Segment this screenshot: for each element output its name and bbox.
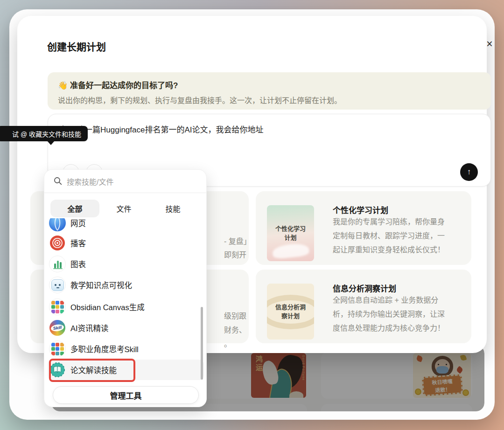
page-title: 创建长期计划 <box>47 39 106 53</box>
list-item-multi-role[interactable]: 多职业角度思考Skill <box>44 340 206 358</box>
thumb-text-line: 个性化学习 <box>275 224 306 233</box>
list-item-teaching-viz[interactable]: 教学知识点可视化 <box>44 276 206 294</box>
desc-line: 全网信息自动追踪 + 业务数据分 <box>333 293 473 307</box>
manage-tools-button[interactable]: 管理工具 <box>53 386 199 404</box>
plan-card-insight[interactable]: 信息分析洞 察计划 信息分析洞察计划 全网信息自动追踪 + 业务数据分 析，持续… <box>256 270 471 343</box>
skills-files-dropdown: 搜索技能/文件 全部 文件 技能 网页 <box>44 169 207 407</box>
study-plan-thumbnail: 个性化学习 计划 <box>267 205 314 261</box>
color-grid-icon <box>49 340 66 357</box>
tooltip-caret <box>47 141 55 145</box>
thumb-text-line: 信息分析洞 <box>275 303 306 312</box>
desc-line: 我是你的专属学习陪练，帮你量身 <box>333 215 473 229</box>
list-item-label: Obsidian Canvas生成 <box>70 301 145 312</box>
skills-list: 网页 播客 <box>44 218 206 384</box>
list-item-web[interactable]: 网页 <box>44 218 206 232</box>
divider <box>44 193 206 193</box>
highlight-annotation-box <box>49 359 135 382</box>
waving-hand-emoji: 👋 <box>58 81 68 90</box>
search-placeholder: 搜索技能/文件 <box>67 176 113 187</box>
submit-button[interactable]: ↑ <box>460 163 478 181</box>
list-item-label: AI资讯精读 <box>70 322 109 333</box>
card-text-fragment: 即刻开 <box>224 249 246 260</box>
desc-line: 析，持续为你输出关键洞察，让深 <box>333 307 473 321</box>
podcast-icon <box>49 235 66 251</box>
greeting-banner: 👋 准备好一起达成你的目标了吗? 说出你的构思，剩下的规划、执行与复盘由我接手。… <box>48 72 491 110</box>
card-text-fragment: 级别跟 <box>224 310 246 321</box>
list-item-label: 网页 <box>70 218 86 229</box>
list-item-podcast[interactable]: 播客 <box>44 234 206 252</box>
filter-tabs: 全部 文件 技能 <box>50 200 197 217</box>
robot-face-icon <box>49 277 66 293</box>
list-item-obsidian-canvas[interactable]: Obsidian Canvas生成 <box>44 298 206 316</box>
search-icon <box>54 177 62 185</box>
card-description: 全网信息自动追踪 + 业务数据分 析，持续为你输出关键洞察，让深 度信息处理能力… <box>333 293 473 335</box>
desc-line: 定制每日教材、跟踪学习进度，一 <box>333 229 473 243</box>
thumb-text-line: 计划 <box>275 233 306 242</box>
mention-tooltip: 试 @ 收藏夹文件和技能 <box>0 126 88 141</box>
list-item-label: 多职业角度思考Skill <box>70 343 139 354</box>
globe-icon <box>49 218 66 231</box>
greeting-heading-text: 准备好一起达成你的目标了吗? <box>70 81 178 90</box>
card-title: 信息分析洞察计划 <box>333 282 396 294</box>
canvas-grid-icon <box>49 298 66 315</box>
card-description: 我是你的专属学习陪练，帮你量身 定制每日教材、跟踪学习进度，一 起让厚重知识变身… <box>333 215 473 257</box>
greeting-subtitle: 说出你的构思，剩下的规划、执行与复盘由我接手。这一次，让计划不止停留在计划。 <box>58 94 342 105</box>
skill-badge-icon: Skill <box>49 319 66 336</box>
list-item-chart[interactable]: 图表 <box>44 255 206 273</box>
tab-files[interactable]: 文件 <box>99 200 148 217</box>
card-text-fragment: - 复盘」 <box>224 235 249 246</box>
bar-chart-icon <box>49 256 66 272</box>
insight-plan-thumbnail: 信息分析洞 察计划 <box>267 284 314 340</box>
greeting-heading: 👋 准备好一起达成你的目标了吗? <box>58 79 178 90</box>
thumb-text-line: 察计划 <box>275 312 306 320</box>
list-item-ai-digest[interactable]: Skill AI资讯精读 <box>44 319 206 337</box>
page-background: 鸿运 Good Fortune 秋日喷嚏 退散！ 创建长期计划 × <box>0 0 504 430</box>
close-icon[interactable]: × <box>482 36 497 51</box>
card-text-fragment: 。 <box>224 338 231 349</box>
arrow-up-icon: ↑ <box>467 167 471 177</box>
tab-all[interactable]: 全部 <box>50 200 99 217</box>
desc-line: 起让厚重知识变身轻松成长仪式！ <box>333 243 473 257</box>
card-title: 个性化学习计划 <box>333 204 388 215</box>
scrollbar[interactable] <box>201 307 203 380</box>
plan-input-value[interactable]: 每天读一篇Huggingface排名第一的AI论文，我会给你地址 <box>61 123 476 135</box>
search-input[interactable]: 搜索技能/文件 <box>44 170 206 193</box>
desc-line: 度信息处理能力成为核心竞争力！ <box>333 321 473 335</box>
plan-card-study[interactable]: 个性化学习 计划 个性化学习计划 我是你的专属学习陪练，帮你量身 定制每日教材、… <box>256 191 471 265</box>
list-item-label: 播客 <box>70 237 86 249</box>
tab-skills[interactable]: 技能 <box>148 200 197 217</box>
list-item-label: 图表 <box>70 258 86 270</box>
list-item-label: 教学知识点可视化 <box>70 279 132 291</box>
skill-badge-text: Skill <box>50 324 64 332</box>
card-text-fragment: 财务、 <box>224 324 246 335</box>
